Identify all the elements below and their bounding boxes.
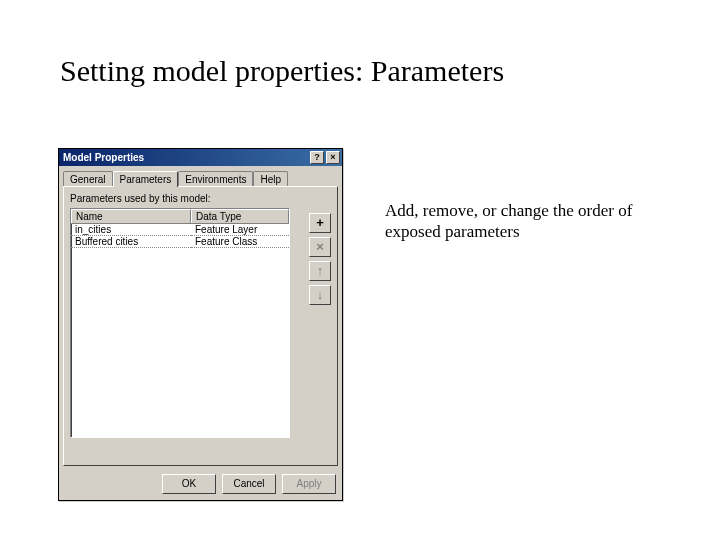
close-button[interactable]: ×	[326, 151, 340, 164]
tab-general[interactable]: General	[63, 171, 113, 187]
slide-title: Setting model properties: Parameters	[60, 54, 504, 88]
col-name[interactable]: Name	[71, 209, 191, 223]
context-help-button[interactable]: ?	[310, 151, 324, 164]
table-row[interactable]: in_cities Feature Layer	[71, 224, 289, 236]
move-up-button[interactable]: ↑	[309, 261, 331, 281]
dialog-title: Model Properties	[63, 152, 144, 163]
tab-parameters[interactable]: Parameters	[113, 171, 179, 187]
cell-name: Buffered cities	[71, 236, 191, 248]
cell-type: Feature Class	[191, 236, 289, 248]
cancel-button[interactable]: Cancel	[222, 474, 276, 494]
table-row[interactable]: Buffered cities Feature Class	[71, 236, 289, 248]
add-parameter-button[interactable]: +	[309, 213, 331, 233]
titlebar: Model Properties ? ×	[59, 149, 342, 166]
remove-parameter-button[interactable]: ×	[309, 237, 331, 257]
col-data-type[interactable]: Data Type	[191, 209, 289, 223]
apply-button[interactable]: Apply	[282, 474, 336, 494]
arrow-down-icon: ↓	[317, 287, 324, 302]
table-header: Name Data Type	[71, 209, 289, 224]
tab-help[interactable]: Help	[253, 171, 288, 187]
panel-label: Parameters used by this model:	[70, 193, 331, 204]
cell-name: in_cities	[71, 224, 191, 236]
slide-description: Add, remove, or change the order of expo…	[385, 200, 655, 243]
move-down-button[interactable]: ↓	[309, 285, 331, 305]
tab-bar: General Parameters Environments Help	[59, 166, 342, 186]
side-button-stack: + × ↑ ↓	[309, 213, 331, 305]
arrow-up-icon: ↑	[317, 263, 324, 278]
remove-icon: ×	[316, 239, 324, 254]
dialog-button-row: OK Cancel Apply	[59, 470, 342, 500]
parameters-table[interactable]: Name Data Type in_cities Feature Layer B…	[70, 208, 290, 438]
ok-button[interactable]: OK	[162, 474, 216, 494]
parameters-panel: Parameters used by this model: Name Data…	[63, 186, 338, 466]
cell-type: Feature Layer	[191, 224, 289, 236]
model-properties-dialog: Model Properties ? × General Parameters …	[58, 148, 343, 501]
tab-environments[interactable]: Environments	[178, 171, 253, 187]
plus-icon: +	[316, 215, 324, 230]
